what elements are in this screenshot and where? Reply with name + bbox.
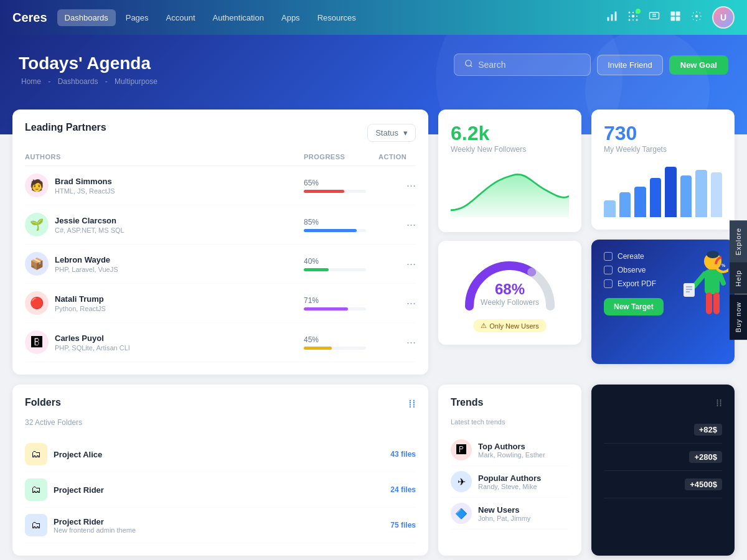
- list-item: 🔷 New Users John, Pat, Jimmy: [451, 498, 569, 530]
- dark-stats-card: ⁞⁞ +82$+280$+4500$: [591, 385, 735, 556]
- progress-bar-fill: [304, 268, 329, 271]
- gauge-badge-area: ⚠ Only New Users: [451, 313, 569, 332]
- buy-now-tab[interactable]: Buy now: [730, 294, 747, 340]
- svg-point-20: [707, 251, 719, 258]
- partner-details: Natali Trump Python, ReactJS: [55, 294, 106, 312]
- svg-rect-16: [676, 17, 680, 21]
- search-bar[interactable]: [454, 54, 591, 76]
- progress-pct: 65%: [304, 179, 378, 187]
- help-tab[interactable]: Help: [730, 263, 747, 294]
- settings-icon[interactable]: [691, 11, 702, 24]
- nav-authentication[interactable]: Authentication: [205, 9, 271, 26]
- new-goal-button[interactable]: New Goal: [669, 55, 728, 75]
- bottom-grid: Folders 32 Active Folders ⁞⁞ 🗂 Project A…: [12, 385, 735, 556]
- action-menu-button[interactable]: ···: [378, 179, 416, 192]
- svg-point-7: [636, 19, 638, 21]
- bar-item: [619, 192, 631, 218]
- partner-info: 🌱 Jessie Clarcson C#, ASP.NET, MS SQL: [25, 213, 304, 236]
- trend-name: Top Authors: [478, 442, 545, 451]
- list-item: 🅿 Top Authors Mark, Rowling, Esther: [451, 434, 569, 466]
- invite-friend-button[interactable]: Invite Friend: [597, 55, 663, 75]
- nav-apps[interactable]: Apps: [274, 9, 308, 26]
- grid-icon[interactable]: [670, 11, 681, 24]
- bar-item: [680, 175, 692, 218]
- avatar-initials: U: [713, 7, 733, 27]
- table-row: 🅱 Carles Puyol PHP, SQLite, Artisan CLI …: [25, 323, 416, 362]
- side-tabs: Explore Help Buy now: [730, 220, 747, 340]
- list-item: ✈ Popular Authors Randy, Steve, Mike: [451, 466, 569, 498]
- export-checkbox-icon[interactable]: [604, 279, 613, 288]
- trend-sub: Randy, Steve, Mike: [478, 483, 541, 490]
- partner-skills: PHP, Laravel, VueJS: [55, 266, 118, 273]
- trends-title: Trends: [451, 397, 569, 408]
- folder-icon: 🗂: [25, 443, 47, 465]
- partner-skills: Python, ReactJS: [55, 305, 106, 312]
- progress-bar-fill: [304, 307, 348, 310]
- folders-dots-icon[interactable]: ⁞⁞: [408, 397, 416, 411]
- header-actions: Invite Friend New Goal: [454, 54, 728, 76]
- create-checkbox-icon[interactable]: [604, 252, 613, 261]
- list-item: 🗂 Project Rider 24 files: [25, 472, 416, 508]
- breadcrumb-dashboards[interactable]: Dashboards: [58, 77, 98, 86]
- folder-files: 75 files: [390, 521, 416, 530]
- partner-name: Natali Trump: [55, 294, 106, 304]
- breadcrumb-home[interactable]: Home: [21, 77, 41, 86]
- action-menu-button[interactable]: ···: [378, 218, 416, 231]
- followers-card: 6.2k Weekly New Followers: [438, 110, 581, 232]
- svg-point-11: [636, 16, 637, 17]
- bar-item: [604, 200, 616, 217]
- new-target-button[interactable]: New Target: [604, 298, 664, 315]
- action-menu-button[interactable]: ···: [378, 258, 416, 271]
- svg-rect-23: [684, 283, 695, 297]
- dark-stat-value: +4500$: [685, 478, 722, 490]
- export-label: Export PDF: [618, 279, 656, 288]
- trend-icon: ✈: [451, 471, 472, 492]
- progress-col-header: PROGRESS: [304, 153, 378, 161]
- folder-details: Project Rider: [54, 485, 104, 495]
- folder-name: Project Rider: [54, 485, 104, 495]
- dark-panel-dots: ⁞⁞: [604, 397, 722, 409]
- trend-details: Top Authors Mark, Rowling, Esther: [478, 442, 545, 459]
- search-input[interactable]: [478, 60, 580, 70]
- table-row: 🌱 Jessie Clarcson C#, ASP.NET, MS SQL 85…: [25, 205, 416, 245]
- partner-avatar: 📦: [25, 252, 49, 276]
- folders-card: Folders 32 Active Folders ⁞⁞ 🗂 Project A…: [12, 385, 428, 556]
- sparkle-icon[interactable]: [627, 11, 639, 24]
- bar-item: [711, 172, 723, 217]
- main-content: Leading Partners Status ▾ AUTHORS PROGRE…: [0, 110, 747, 560]
- partner-info: 📦 Lebron Wayde PHP, Laravel, VueJS: [25, 252, 304, 276]
- svg-point-9: [632, 19, 634, 21]
- partner-avatar: 🅱: [25, 330, 49, 354]
- message-icon[interactable]: [649, 11, 660, 24]
- dark-stat-value: +82$: [694, 424, 722, 436]
- user-avatar[interactable]: U: [712, 6, 735, 29]
- nav-account[interactable]: Account: [159, 9, 203, 26]
- trends-card: Trends Latest tech trends 🅿 Top Authors …: [438, 385, 581, 556]
- leading-partners-title: Leading Partners: [25, 122, 106, 133]
- explore-tab[interactable]: Explore: [730, 220, 747, 263]
- progress-bar-bg: [304, 229, 366, 232]
- action-menu-button[interactable]: ···: [378, 336, 416, 349]
- progress-bar-fill: [304, 190, 344, 193]
- partner-skills: HTML, JS, ReactJS: [55, 187, 115, 195]
- partner-avatar: 🌱: [25, 213, 49, 236]
- leading-partners-card: Leading Partners Status ▾ AUTHORS PROGRE…: [12, 110, 428, 375]
- status-dropdown[interactable]: Status ▾: [367, 124, 416, 142]
- nav-resources[interactable]: Resources: [310, 9, 364, 26]
- svg-rect-2: [615, 12, 617, 21]
- nav-dashboards[interactable]: Dashboards: [57, 9, 116, 26]
- action-menu-button[interactable]: ···: [378, 297, 416, 310]
- dark-stat-value: +280$: [689, 451, 722, 463]
- folder-files: 43 files: [390, 450, 416, 459]
- nav-pages[interactable]: Pages: [118, 9, 156, 26]
- breadcrumb: Home - Dashboards - Multipurpose: [19, 77, 728, 86]
- folder-icon: 🗂: [25, 478, 47, 501]
- bar-chart-icon[interactable]: [606, 11, 618, 24]
- badge-text: Only New Users: [489, 322, 538, 330]
- nav-links: Dashboards Pages Account Authentication …: [57, 9, 606, 26]
- trend-details: Popular Authors Randy, Steve, Mike: [478, 474, 541, 490]
- observe-checkbox-icon[interactable]: [604, 266, 613, 274]
- bar-item: [650, 178, 662, 217]
- folders-header: Folders 32 Active Folders ⁞⁞: [25, 397, 416, 434]
- svg-rect-0: [608, 17, 609, 21]
